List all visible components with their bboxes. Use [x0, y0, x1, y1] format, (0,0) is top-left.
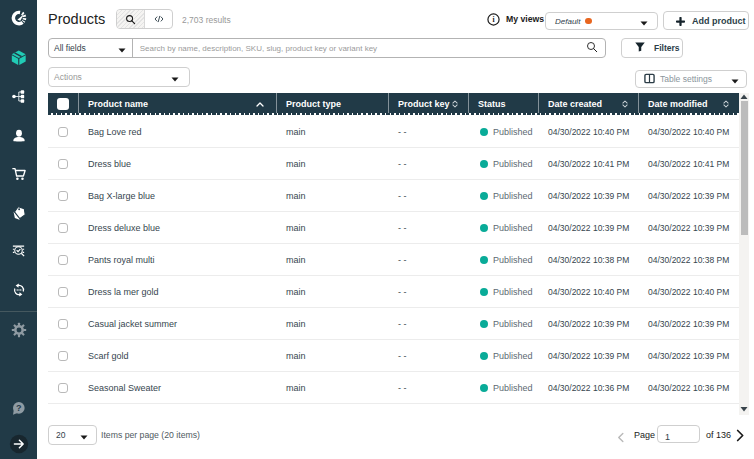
- svg-text:i: i: [492, 15, 494, 24]
- svg-text:?: ?: [16, 403, 22, 413]
